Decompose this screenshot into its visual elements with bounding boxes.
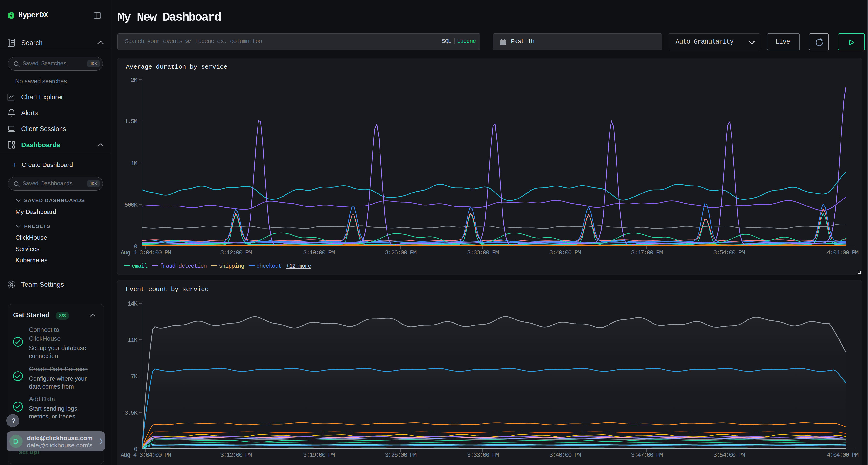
svg-text:3:47:00 PM: 3:47:00 PM — [631, 452, 662, 459]
svg-text:3:26:00 PM: 3:26:00 PM — [385, 452, 416, 459]
svg-text:7K: 7K — [131, 373, 138, 380]
svg-text:3.5K: 3.5K — [124, 409, 138, 417]
svg-text:4:04:00 PM: 4:04:00 PM — [827, 452, 858, 459]
svg-text:3:19:00 PM: 3:19:00 PM — [303, 452, 335, 459]
svg-text:11K: 11K — [128, 337, 138, 344]
svg-text:3:33:00 PM: 3:33:00 PM — [467, 452, 499, 459]
svg-text:3:54:00 PM: 3:54:00 PM — [713, 452, 745, 459]
svg-text:Aug 4 3:04:00 PM: Aug 4 3:04:00 PM — [121, 452, 171, 459]
svg-text:3:12:00 PM: 3:12:00 PM — [220, 452, 252, 459]
svg-text:3:40:00 PM: 3:40:00 PM — [549, 452, 581, 459]
svg-text:14K: 14K — [128, 300, 138, 307]
